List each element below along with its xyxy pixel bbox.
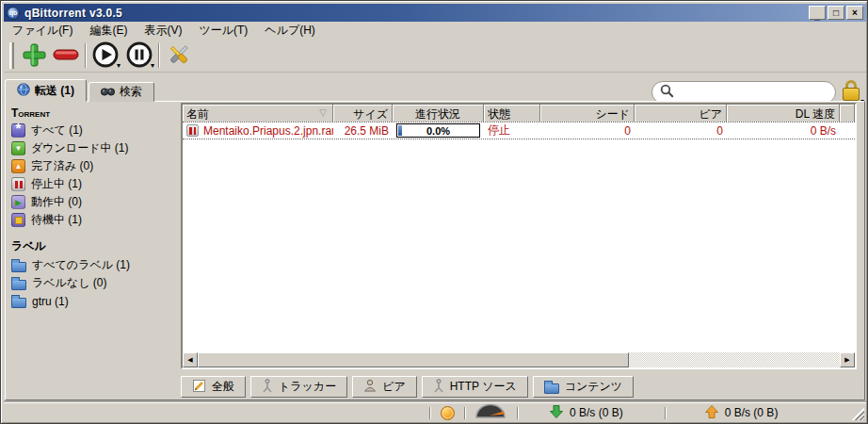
menu-bar: ファイル(F) 編集(E) 表示(V) ツール(T) ヘルプ(H) — [4, 23, 866, 39]
statusbar-separator — [665, 407, 667, 419]
transfers-page: Torrent * すべて (1) ▼ ダウンロード中 (1) ▲ 完了済み (… — [5, 101, 865, 400]
folder-icon — [544, 383, 559, 394]
label-section-title: ラベル — [9, 237, 177, 256]
connection-status-icon[interactable] — [441, 406, 455, 420]
sidebar-item-inactive[interactable]: 待機中 (1) — [9, 211, 177, 229]
column-header-name[interactable]: 名前 ▽ — [183, 105, 333, 122]
resume-button[interactable]: ▾ — [90, 41, 121, 71]
menu-view[interactable]: 表示(V) — [136, 24, 190, 39]
options-button[interactable] — [164, 41, 194, 71]
torrent-section-title: Torrent — [9, 106, 177, 122]
column-header-seeds[interactable]: シード — [540, 105, 635, 122]
column-header-size[interactable]: サイズ — [333, 105, 393, 122]
tab-transfers-label: 転送 (1) — [35, 83, 74, 99]
table-header: 名前 ▽ サイズ 進行状況 状態 シード ピア DL 速度 — [183, 105, 855, 122]
toolbar: ▾ ▾ — [4, 39, 866, 73]
scroll-left-icon[interactable]: ◀ — [183, 352, 198, 367]
search-input[interactable] — [679, 86, 828, 99]
folder-icon — [11, 280, 26, 290]
plus-icon — [22, 42, 47, 71]
cell-size: 26.5 MiB — [333, 122, 393, 139]
filter-sidebar: Torrent * すべて (1) ▼ ダウンロード中 (1) ▲ 完了済み (… — [9, 106, 177, 373]
minimize-button[interactable]: _ — [809, 6, 826, 20]
speed-limits-icon[interactable] — [474, 403, 507, 422]
toolbar-separator — [85, 43, 87, 68]
menu-file[interactable]: ファイル(F) — [4, 24, 81, 39]
scroll-right-icon[interactable]: ▶ — [840, 352, 855, 367]
column-header-peers[interactable]: ピア — [635, 105, 727, 122]
delete-torrent-button[interactable] — [51, 41, 81, 71]
active-filter-icon: ▶ — [11, 195, 25, 209]
sidebar-item-active[interactable]: ▶ 動作中 (0) — [9, 193, 177, 211]
pause-icon — [125, 41, 153, 72]
downloading-filter-icon: ▼ — [11, 141, 25, 155]
sidebar-item-paused[interactable]: 停止中 (1) — [9, 175, 177, 193]
horizontal-scrollbar[interactable]: ◀ ▶ — [183, 352, 855, 367]
close-button[interactable]: × — [846, 6, 863, 20]
statusbar-separator — [464, 407, 466, 419]
search-icon — [660, 84, 674, 101]
column-header-filler — [840, 105, 855, 122]
tab-peers[interactable]: ピア — [352, 376, 417, 398]
properties-tabbar: 全般 トラッカー ピア — [181, 376, 634, 398]
binoculars-icon — [101, 85, 115, 99]
maximize-button[interactable]: □ — [828, 6, 844, 20]
tab-search-label: 検索 — [120, 84, 142, 100]
sidebar-item-gtru[interactable]: gtru (1) — [9, 292, 177, 310]
cell-state: 停止 — [484, 122, 540, 139]
statusbar-separator — [429, 407, 431, 419]
antenna-icon — [262, 379, 273, 396]
paused-filter-icon — [11, 177, 25, 191]
progress-bar: 0.0% — [396, 123, 480, 138]
sidebar-item-all-labels[interactable]: すべてのラベル (1) — [9, 256, 177, 274]
menu-help[interactable]: ヘルプ(H) — [256, 24, 324, 39]
qbittorrent-window: qb qBittorrent v3.0.5 _ □ × ファイル(F) 編集(E… — [0, 0, 868, 424]
tab-transfers[interactable]: 転送 (1) — [5, 79, 87, 102]
sidebar-item-completed[interactable]: ▲ 完了済み (0) — [9, 157, 177, 175]
pause-button[interactable]: ▾ — [124, 41, 154, 71]
all-filter-icon: * — [11, 123, 25, 138]
tab-content[interactable]: コンテンツ — [533, 376, 634, 398]
paused-status-icon — [186, 124, 199, 137]
main-tabbar: 転送 (1) 検索 — [5, 79, 156, 102]
antenna-icon — [433, 379, 444, 396]
download-arrow-icon — [549, 404, 564, 422]
column-header-state[interactable]: 状態 — [484, 105, 540, 122]
tab-general[interactable]: 全般 — [181, 376, 246, 398]
inactive-filter-icon — [11, 213, 25, 227]
menu-edit[interactable]: 編集(E) — [81, 24, 136, 39]
add-torrent-button[interactable] — [19, 41, 49, 71]
table-row[interactable]: Mentaiko.Priapus.2.jpn.rar 26.5 MiB 0.0%… — [183, 122, 855, 139]
chevron-down-icon: ▾ — [117, 62, 121, 70]
completed-filter-icon: ▲ — [11, 159, 25, 173]
resize-grip[interactable] — [852, 408, 864, 420]
torrent-table: 名前 ▽ サイズ 進行状況 状態 シード ピア DL 速度 Mentaiko.P… — [181, 103, 857, 369]
tab-trackers[interactable]: トラッカー — [250, 376, 347, 398]
tab-http-sources[interactable]: HTTP ソース — [422, 376, 528, 398]
upload-arrow-icon — [704, 404, 719, 422]
cell-peers: 0 — [635, 122, 727, 139]
status-bar: 0 B/s (0 B) 0 B/s (0 B) — [4, 402, 866, 422]
cell-progress: 0.0% — [393, 122, 484, 139]
title-bar[interactable]: qb qBittorrent v3.0.5 _ □ × — [4, 4, 866, 22]
upload-speed-text: 0 B/s (0 B) — [725, 406, 779, 419]
cell-seeds: 0 — [540, 122, 635, 139]
menu-tools[interactable]: ツール(T) — [190, 24, 256, 39]
folder-icon — [11, 298, 26, 308]
scrollbar-thumb[interactable] — [198, 352, 629, 367]
column-header-dlspeed[interactable]: DL 速度 — [727, 105, 840, 122]
toolbar-separator — [158, 43, 160, 68]
scrollbar-track[interactable] — [629, 352, 840, 367]
sidebar-item-downloading[interactable]: ▼ ダウンロード中 (1) — [9, 139, 177, 157]
folder-icon — [11, 262, 26, 272]
app-logo-icon: qb — [7, 7, 20, 20]
person-icon — [363, 379, 377, 395]
note-pencil-icon — [192, 379, 206, 396]
column-header-progress[interactable]: 進行状況 — [393, 105, 484, 122]
tab-search[interactable]: 検索 — [88, 82, 154, 102]
play-icon — [91, 41, 120, 72]
globe-icon — [17, 83, 30, 99]
toolbar-grip[interactable] — [9, 42, 14, 69]
sidebar-item-all[interactable]: * すべて (1) — [9, 122, 177, 139]
sidebar-item-unlabeled[interactable]: ラベルなし (0) — [9, 274, 177, 292]
